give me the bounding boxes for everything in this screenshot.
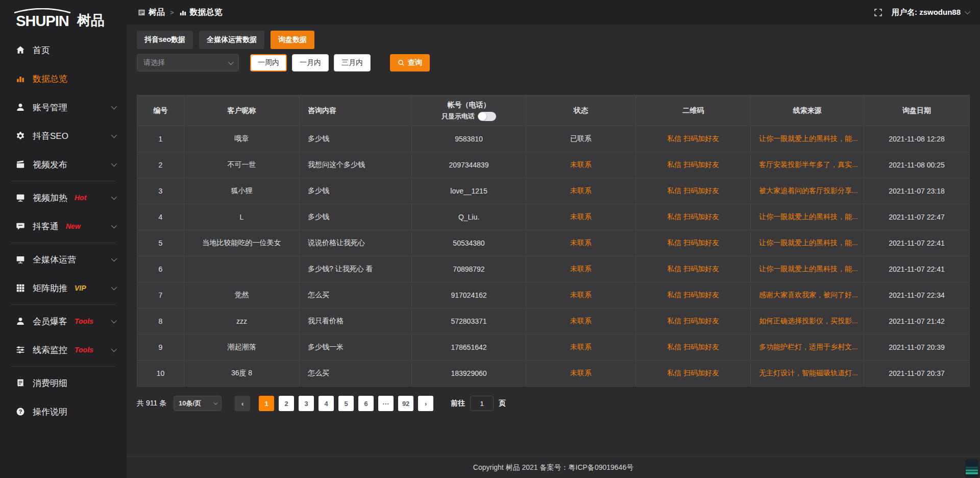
qrcode-link[interactable]: 私信 扫码加好友 bbox=[636, 334, 751, 361]
qrcode-link[interactable]: 私信 扫码加好友 bbox=[636, 282, 751, 308]
phone-only-toggle[interactable] bbox=[478, 112, 496, 121]
period-buttons: 一周内一月内三月内 bbox=[250, 54, 371, 71]
cell-nickname: 觉然 bbox=[184, 282, 300, 308]
question-icon: ? bbox=[15, 407, 26, 417]
status-badge: 未联系 bbox=[526, 152, 636, 178]
more-pages-button[interactable]: ··· bbox=[378, 396, 394, 411]
logo: SHUPIN 树品 bbox=[0, 0, 127, 34]
source-link[interactable]: 客厅安装投影半年多了，真实... bbox=[751, 152, 864, 178]
table-row: 1036度 8怎么买183929060未联系私信 扫码加好友无主灯设计，智能磁吸… bbox=[137, 361, 970, 387]
table-row: 1哦章多少钱9583810已联系私信 扫码加好友让你一眼就爱上的黑科技，能...… bbox=[137, 126, 970, 152]
cell-account: 9583810 bbox=[412, 126, 526, 152]
goto-suffix: 页 bbox=[499, 399, 506, 408]
period-button-one-week[interactable]: 一周内 bbox=[250, 54, 287, 71]
svg-text:?: ? bbox=[19, 409, 22, 415]
period-button-three-months[interactable]: 三月内 bbox=[334, 54, 371, 71]
user-menu[interactable]: 用户名: zswodun88 bbox=[892, 8, 969, 17]
qrcode-link[interactable]: 私信 扫码加好友 bbox=[636, 126, 751, 152]
source-link[interactable]: 感谢大家喜欢我家，被问了好... bbox=[751, 282, 864, 308]
fullscreen-icon[interactable] bbox=[874, 8, 883, 17]
sidebar-item-douketong[interactable]: 抖客通New bbox=[0, 212, 127, 241]
cell-date: 2021-11-07 22:41 bbox=[864, 256, 970, 282]
sidebar-item-operation-guide[interactable]: ?操作说明 bbox=[0, 397, 127, 426]
tab-media-operation-data[interactable]: 全媒体运营数据 bbox=[199, 31, 264, 49]
sidebar-item-video-publish[interactable]: 视频发布 bbox=[0, 150, 127, 179]
sidebar-item-data-overview[interactable]: 数据总览 bbox=[0, 64, 127, 93]
source-link[interactable]: 让你一眼就爱上的黑科技，能... bbox=[751, 230, 864, 256]
page-button-2[interactable]: 2 bbox=[279, 396, 294, 411]
qrcode-link[interactable]: 私信 扫码加好友 bbox=[636, 230, 751, 256]
table-row: 8zzz我只看价格572803371未联系私信 扫码加好友如何正确选择投影仪，买… bbox=[137, 308, 970, 334]
sidebar-item-home[interactable]: 首页 bbox=[0, 36, 127, 64]
cell-no: 2 bbox=[137, 152, 184, 178]
table-body: 1哦章多少钱9583810已联系私信 扫码加好友让你一眼就爱上的黑科技，能...… bbox=[137, 126, 970, 387]
source-link[interactable]: 让你一眼就爱上的黑科技，能... bbox=[751, 204, 864, 230]
status-badge: 未联系 bbox=[526, 178, 636, 204]
cell-date: 2021-11-07 22:41 bbox=[864, 230, 970, 256]
search-button[interactable]: 查询 bbox=[390, 54, 430, 71]
sidebar-divider bbox=[11, 243, 115, 243]
cell-no: 6 bbox=[137, 256, 184, 282]
page-button-4[interactable]: 4 bbox=[318, 396, 334, 411]
total-count: 共 911 条 bbox=[137, 399, 166, 408]
column-header-2: 咨询内容 bbox=[300, 95, 412, 126]
page-button-1[interactable]: 1 bbox=[259, 396, 274, 411]
period-button-one-month[interactable]: 一月内 bbox=[292, 54, 329, 71]
source-link[interactable]: 让你一眼就爱上的黑科技，能... bbox=[751, 126, 864, 152]
source-link[interactable]: 如何正确选择投影仪，买投影... bbox=[751, 308, 864, 334]
person-icon bbox=[15, 316, 26, 326]
table-row: 7觉然怎么买917024162未联系私信 扫码加好友感谢大家喜欢我家，被问了好.… bbox=[137, 282, 970, 308]
sidebar-item-clue-monitor[interactable]: 线索监控Tools bbox=[0, 336, 127, 364]
source-link[interactable]: 被大家追着问的客厅投影分享... bbox=[751, 178, 864, 204]
page-button-5[interactable]: 5 bbox=[338, 396, 354, 411]
breadcrumb-root[interactable]: 树品 bbox=[149, 7, 165, 18]
sidebar-item-account-management[interactable]: 账号管理 bbox=[0, 93, 127, 122]
qrcode-link[interactable]: 私信 扫码加好友 bbox=[636, 152, 751, 178]
sidebar-item-media-operation[interactable]: 全媒体运营 bbox=[0, 245, 127, 274]
cell-content: 多少钱一米 bbox=[300, 334, 412, 361]
main-area: 树品 > 数据总览 用户名: zswodun88 抖音seo数据全媒体运营数据询… bbox=[127, 0, 980, 478]
source-link[interactable]: 让你一眼就爱上的黑科技，能... bbox=[751, 256, 864, 282]
page-button-6[interactable]: 6 bbox=[358, 396, 374, 411]
cell-content: 多少钱? 让我死心 看 bbox=[300, 256, 412, 282]
page-button-92[interactable]: 92 bbox=[398, 396, 413, 411]
qrcode-link[interactable]: 私信 扫码加好友 bbox=[636, 308, 751, 334]
table-header-row: 编号客户昵称咨询内容帐号（电话）只显示电话状态二维码线索来源询盘日期 bbox=[137, 95, 970, 126]
cell-content: 怎么买 bbox=[300, 282, 412, 308]
cell-nickname: L bbox=[184, 204, 300, 230]
sidebar-item-consume-detail[interactable]: 消费明细 bbox=[0, 369, 127, 397]
filter-select[interactable]: 请选择 bbox=[137, 54, 239, 71]
content: 抖音seo数据全媒体运营数据询盘数据 请选择 一周内一月内三月内 查询 编号客户… bbox=[127, 25, 980, 457]
qrcode-link[interactable]: 私信 扫码加好友 bbox=[636, 256, 751, 282]
chevron-down-icon bbox=[111, 284, 117, 290]
next-page-button[interactable]: › bbox=[418, 396, 433, 411]
receipt-icon bbox=[15, 378, 26, 388]
cell-no: 3 bbox=[137, 178, 184, 204]
page-button-3[interactable]: 3 bbox=[299, 396, 314, 411]
qrcode-link[interactable]: 私信 扫码加好友 bbox=[636, 178, 751, 204]
tab-inquiry-data[interactable]: 询盘数据 bbox=[271, 31, 314, 49]
data-tabs: 抖音seo数据全媒体运营数据询盘数据 bbox=[137, 31, 970, 49]
floating-widget[interactable] bbox=[966, 460, 978, 477]
sidebar-item-video-heating[interactable]: 视频加热Hot bbox=[0, 183, 127, 212]
cell-account: love__1215 bbox=[412, 178, 526, 204]
cell-content: 我只看价格 bbox=[300, 308, 412, 334]
cell-content: 我想问这个多少钱 bbox=[300, 152, 412, 178]
cell-nickname: 哦章 bbox=[184, 126, 300, 152]
sidebar-item-member-burst[interactable]: 会员爆客Tools bbox=[0, 307, 127, 336]
goto-page-input[interactable] bbox=[470, 396, 494, 411]
sidebar-item-matrix-boost[interactable]: 矩阵助推VIP bbox=[0, 274, 127, 302]
sidebar-badge-vip: VIP bbox=[75, 284, 86, 292]
status-badge: 未联系 bbox=[526, 204, 636, 230]
tab-douyin-seo-data[interactable]: 抖音seo数据 bbox=[137, 31, 193, 49]
page-size-select[interactable]: 10条/页 bbox=[174, 396, 222, 411]
qrcode-link[interactable]: 私信 扫码加好友 bbox=[636, 361, 751, 387]
status-badge: 未联系 bbox=[526, 230, 636, 256]
qrcode-link[interactable]: 私信 扫码加好友 bbox=[636, 204, 751, 230]
table-row: 4L多少钱Q_Liu.未联系私信 扫码加好友让你一眼就爱上的黑科技，能...20… bbox=[137, 204, 970, 230]
source-link[interactable]: 无主灯设计，智能磁吸轨道灯... bbox=[751, 361, 864, 387]
sidebar-item-douyin-seo[interactable]: 抖音SEO bbox=[0, 122, 127, 150]
source-link[interactable]: 多功能护栏灯，适用于乡村文... bbox=[751, 334, 864, 361]
status-badge: 已联系 bbox=[526, 126, 636, 152]
prev-page-button[interactable]: ‹ bbox=[235, 396, 250, 411]
